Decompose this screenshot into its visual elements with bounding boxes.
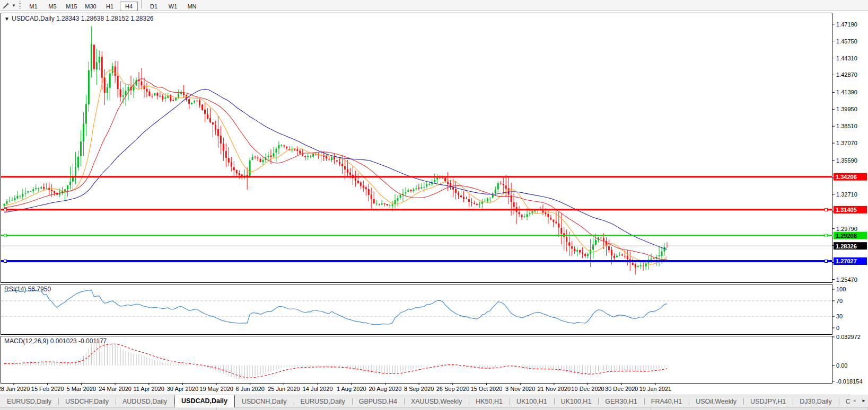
price-tick: 1.29790 [836,226,857,232]
chart-tab-uk100-h1[interactable]: UK100,H1 [510,396,554,407]
timeframe-button-w1[interactable]: W1 [164,2,182,11]
chart-tab-hk50-h1[interactable]: HK50,H1 [469,396,510,407]
date-tick: 28 Jan 2020 [0,386,30,392]
chart-tab-ger30-h1[interactable]: GER30,H1 [598,396,644,407]
tab-scroll-right-icon[interactable]: ► [862,395,866,407]
chart-tab-uk100-h1[interactable]: UK100,H1 [554,396,599,407]
timeframe-button-h4[interactable]: H4 [120,2,138,11]
timeframe-button-m15[interactable]: M15 [63,2,81,11]
line-handle[interactable] [825,234,828,237]
tab-scroll-left-icon[interactable]: ◄ [852,395,856,407]
date-tick: 21 Nov 2020 [538,386,571,392]
date-tick: 15 Oct 2020 [471,386,503,392]
date-tick: 8 Sep 2020 [404,386,434,392]
tool-dropdown-caret-icon[interactable]: ▼ [11,3,17,8]
date-tick: 19 May 2020 [199,386,233,392]
chart-tab-usdchf-daily[interactable]: USDCHF,Daily [58,396,116,407]
line-handle[interactable] [825,260,828,262]
main-pane [1,13,832,283]
rsi-tick: 30 [836,313,843,319]
price-tick: 1.42870 [836,72,857,78]
date-tick: 6 Jun 2020 [236,386,265,392]
pencil-icon [2,2,10,10]
rsi-tick: 70 [836,298,843,304]
date-tick: 15 Feb 2020 [31,386,64,392]
date-tick: 14 Jul 2020 [303,386,333,392]
line-handle[interactable] [4,234,7,237]
price-tick: 1.47190 [836,21,857,28]
date-tick: 1 Aug 2020 [337,386,366,392]
price-tick: 1.45750 [836,38,857,44]
date-tick: 5 Mar 2020 [67,386,97,392]
date-tick: 3 Nov 2020 [505,386,535,392]
macd-title: MACD(12,26,9) 0.001023 -0.001177 [4,337,107,345]
price-tick: 1.41390 [836,89,857,95]
toolbar-separator [141,0,142,8]
date-tick: 19 Jan 2021 [639,386,672,392]
status-cell [651,407,868,410]
chart-collapse-icon[interactable]: ▼ [4,16,10,22]
chart-title: USDCAD,Daily 1.28343 1.28638 1.28152 1.2… [12,15,154,22]
chart-canvas[interactable]: 1.471901.457501.443101.428701.413901.399… [0,11,868,395]
status-cell [434,407,651,410]
timeframe-button-d1[interactable]: D1 [145,2,163,11]
date-tick: 24 Mar 2020 [99,386,131,392]
timeframe-button-h1[interactable]: H1 [101,2,119,11]
timeframe-button-mn[interactable]: MN [183,2,201,11]
chart-tab-fra40-h1[interactable]: FRA40,H1 [644,396,689,407]
price-badge-label: 1.28326 [836,243,857,249]
toolbar-grip[interactable] [19,2,21,9]
date-tick: 25 Jun 2020 [268,386,300,392]
price-tick: 1.35590 [836,157,857,164]
macd-tick: -0.018154 [836,378,863,385]
date-tick: 30 Dec 2020 [605,386,638,392]
status-cell [0,407,217,410]
chart-tab-xauusd-weekly[interactable]: XAUUSD,Weekly [404,396,469,407]
timeframe-button-group: M1M5M15M30H1H4D1W1MN [24,0,201,11]
tab-scroll-controls: ◄ ► [850,395,868,407]
price-tick: 1.39950 [836,106,857,112]
line-handle[interactable] [4,208,7,211]
price-tick: 1.44310 [836,55,857,61]
chart-tab-usdcad-daily[interactable]: USDCAD,Daily [174,395,235,407]
price-tick: 1.37070 [836,140,857,146]
draw-tool-icon[interactable] [1,1,11,10]
date-tick: 30 Apr 2020 [167,386,198,392]
price-tick: 1.32710 [836,191,857,198]
rsi-tick: 100 [836,286,846,292]
timeframe-button-m1[interactable]: M1 [24,2,42,11]
line-handle[interactable] [825,208,828,211]
date-tick: 11 Apr 2020 [133,386,164,392]
date-tick: 20 Aug 2020 [369,386,402,392]
date-tick: 26 Sep 2020 [436,386,469,392]
timeframe-button-m30[interactable]: M30 [82,2,100,11]
chart-tab-dj30-daily[interactable]: DJ30,Daily [793,396,838,407]
price-badge-label: 1.34206 [836,174,857,180]
price-tick: 1.38510 [836,123,857,129]
line-handle[interactable] [4,260,7,262]
macd-tick: 0.00 [836,362,847,369]
top-toolbar: ▼ M1M5M15M30H1H4D1W1MN [0,0,868,11]
chart-tab-bar: EURUSD,DailyUSDCHF,DailyAUDUSD,DailyUSDC… [0,395,868,407]
date-tick: 10 Dec 2020 [571,386,604,392]
chart-tab-usoil-weekly[interactable]: USOil,Weekly [689,396,743,407]
chart-tab-usdjpy-h1[interactable]: USDJPY,H1 [743,396,793,407]
status-bar [0,407,868,410]
rsi-title: RSI(14) 56.7950 [4,286,51,293]
price-tick: 1.25470 [836,277,857,283]
macd-tick: 0.032972 [836,334,861,340]
chart-tab-eurusd-daily[interactable]: EURUSD,Daily [0,396,58,407]
status-cell [217,407,434,410]
rsi-tick: 0 [836,325,839,331]
rsi-pane [1,284,832,335]
chart-tab-eurusd-daily[interactable]: EURUSD,Daily [294,396,352,407]
price-badge-label: 1.29208 [836,233,857,239]
chart-tab-gbpusd-h4[interactable]: GBPUSD,H4 [352,396,404,407]
price-badge-label: 1.27027 [836,258,857,264]
chart-tab-audusd-daily[interactable]: AUDUSD,Daily [116,396,174,407]
chart-tab-usdcnh-daily[interactable]: USDCNH,Daily [235,396,294,407]
chart-window: 1.471901.457501.443101.428701.413901.399… [0,11,868,397]
timeframe-button-m5[interactable]: M5 [43,2,62,11]
price-badge-label: 1.31405 [836,207,857,213]
